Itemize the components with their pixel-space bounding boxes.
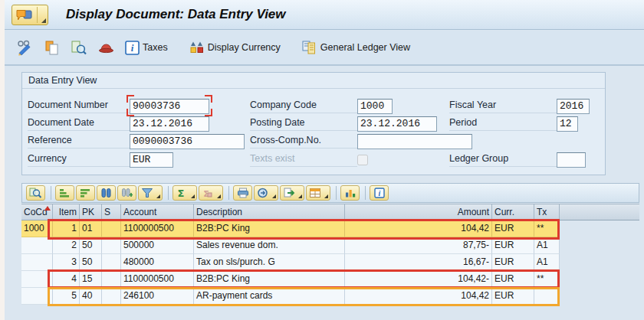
cell-description[interactable]: B2B:PC King bbox=[194, 220, 345, 237]
cell-tx[interactable] bbox=[534, 288, 560, 305]
cell-curr[interactable]: EUR bbox=[492, 237, 534, 254]
cell-amount[interactable]: 104,42 bbox=[345, 288, 492, 305]
cell-item[interactable]: 2 bbox=[53, 237, 80, 254]
posting-date-field[interactable] bbox=[357, 116, 437, 132]
cell-item[interactable]: 3 bbox=[53, 254, 80, 271]
cell-account[interactable]: 1100000500 bbox=[121, 220, 194, 237]
texts-exist-checkbox[interactable] bbox=[357, 155, 368, 165]
cell-description[interactable]: B2B:PC King bbox=[194, 271, 345, 288]
reference-field[interactable] bbox=[130, 134, 245, 149]
cell-curr[interactable]: EUR bbox=[492, 254, 534, 271]
dropdown-arrow-icon bbox=[191, 194, 195, 198]
cell-amount[interactable]: 104,42 bbox=[345, 220, 492, 237]
cell-pk[interactable]: 50 bbox=[80, 254, 102, 271]
cell-item[interactable]: 5 bbox=[53, 288, 80, 305]
copy-button[interactable] bbox=[42, 38, 61, 57]
taxes-button[interactable]: i Taxes bbox=[123, 39, 169, 57]
detail-button[interactable] bbox=[26, 185, 45, 201]
set-filter-button[interactable] bbox=[138, 185, 163, 201]
table-row[interactable]: 1000 1 01 1100000500 B2B:PC King 104,42 … bbox=[21, 220, 639, 237]
table-row[interactable]: 2 50 500000 Sales revenue dom. 87,75- EU… bbox=[21, 237, 639, 254]
cell-tx[interactable]: A1 bbox=[534, 237, 560, 254]
cell-tx[interactable]: A1 bbox=[534, 254, 560, 271]
cell-tx[interactable]: ** bbox=[534, 271, 560, 288]
cell-s[interactable] bbox=[102, 220, 121, 237]
document-date-field[interactable] bbox=[130, 116, 209, 132]
graphic-button[interactable] bbox=[340, 185, 360, 201]
cell-pk[interactable]: 50 bbox=[80, 237, 102, 254]
column-header-account[interactable]: Account bbox=[121, 204, 194, 220]
toolbar-separator bbox=[336, 186, 337, 200]
total-button[interactable]: Σ bbox=[172, 185, 197, 201]
cell-cocd[interactable] bbox=[21, 254, 53, 271]
sort-ascending-button[interactable] bbox=[55, 185, 74, 201]
find-button[interactable] bbox=[97, 185, 116, 201]
column-header-tx[interactable]: Tx bbox=[534, 204, 560, 220]
fiscal-year-field[interactable] bbox=[557, 99, 590, 114]
views-button[interactable] bbox=[254, 185, 278, 201]
column-header-pk[interactable]: PK bbox=[80, 204, 102, 220]
cell-curr[interactable]: EUR bbox=[492, 288, 534, 305]
cell-account[interactable]: 1100000500 bbox=[121, 271, 194, 288]
svg-text:i: i bbox=[378, 189, 380, 198]
display-currency-button[interactable]: Display Currency bbox=[187, 39, 282, 57]
column-header-description[interactable]: Description bbox=[194, 204, 345, 220]
fiscal-year-label: Fiscal Year bbox=[449, 100, 557, 113]
services-menu-button[interactable] bbox=[12, 5, 48, 25]
cell-cocd[interactable] bbox=[21, 288, 53, 305]
column-header-amount[interactable]: Amount bbox=[345, 204, 492, 220]
print-button[interactable] bbox=[233, 185, 252, 201]
cell-account[interactable]: 480000 bbox=[121, 254, 194, 271]
column-header-cocd[interactable]: CoCd bbox=[21, 204, 53, 220]
cell-pk[interactable]: 01 bbox=[80, 220, 102, 237]
cell-curr[interactable]: EUR bbox=[492, 220, 534, 237]
cell-pk[interactable]: 15 bbox=[80, 271, 102, 288]
general-ledger-view-button[interactable]: General Ledger View bbox=[300, 38, 412, 57]
choose-layout-button[interactable] bbox=[306, 185, 330, 201]
export-button[interactable] bbox=[280, 185, 304, 201]
cell-cocd[interactable]: 1000 bbox=[21, 220, 53, 237]
binoculars-plus-icon bbox=[121, 188, 133, 198]
cell-s[interactable] bbox=[102, 271, 121, 288]
cell-description[interactable]: Sales revenue dom. bbox=[194, 237, 345, 254]
column-header-curr[interactable]: Curr. bbox=[492, 204, 534, 220]
cell-amount[interactable]: 104,42- bbox=[345, 271, 492, 288]
cell-item[interactable]: 1 bbox=[53, 220, 80, 237]
cell-filler bbox=[560, 288, 639, 305]
cell-s[interactable] bbox=[102, 288, 121, 305]
currency-field[interactable] bbox=[130, 152, 173, 168]
subtotal-button[interactable]: Σ bbox=[199, 185, 223, 201]
document-header-button[interactable] bbox=[96, 39, 117, 57]
cell-account[interactable]: 500000 bbox=[121, 237, 194, 254]
overview-button[interactable] bbox=[68, 38, 89, 57]
company-code-field[interactable] bbox=[357, 99, 393, 114]
cell-amount[interactable]: 16,67- bbox=[345, 254, 492, 271]
cell-s[interactable] bbox=[102, 254, 121, 271]
table-row[interactable]: 3 50 480000 Tax on sls/purch. G 16,67- E… bbox=[21, 254, 639, 271]
cell-description[interactable]: AR-payment cards bbox=[194, 288, 345, 305]
document-number-field[interactable] bbox=[130, 99, 209, 114]
sort-descending-button[interactable] bbox=[76, 185, 95, 201]
cell-item[interactable]: 4 bbox=[53, 271, 80, 288]
cell-cocd[interactable] bbox=[21, 237, 53, 254]
cell-description[interactable]: Tax on sls/purch. G bbox=[194, 254, 345, 271]
cell-cocd[interactable] bbox=[21, 271, 53, 288]
cell-account[interactable]: 246100 bbox=[121, 288, 194, 305]
posting-date-label: Posting Date bbox=[250, 117, 357, 131]
cell-pk[interactable]: 40 bbox=[80, 288, 102, 305]
column-header-item[interactable]: Item bbox=[53, 204, 80, 220]
table-row[interactable]: 4 15 1100000500 B2B:PC King 104,42- EUR … bbox=[21, 271, 639, 288]
ledger-group-field[interactable] bbox=[557, 152, 586, 168]
column-header-s[interactable]: S bbox=[102, 204, 121, 220]
display-change-button[interactable] bbox=[15, 38, 35, 57]
cell-tx[interactable]: ** bbox=[534, 220, 560, 237]
cross-comp-no-field[interactable] bbox=[357, 134, 472, 149]
table-row[interactable]: 5 40 246100 AR-payment cards 104,42 EUR bbox=[21, 288, 639, 305]
find-next-button[interactable] bbox=[117, 185, 136, 201]
info-button[interactable]: i bbox=[370, 185, 389, 201]
cell-s[interactable] bbox=[102, 237, 121, 254]
cell-amount[interactable]: 87,75- bbox=[345, 237, 492, 254]
company-code-label: Company Code bbox=[250, 100, 357, 113]
cell-curr[interactable]: EUR bbox=[492, 271, 534, 288]
period-field[interactable] bbox=[557, 116, 578, 132]
